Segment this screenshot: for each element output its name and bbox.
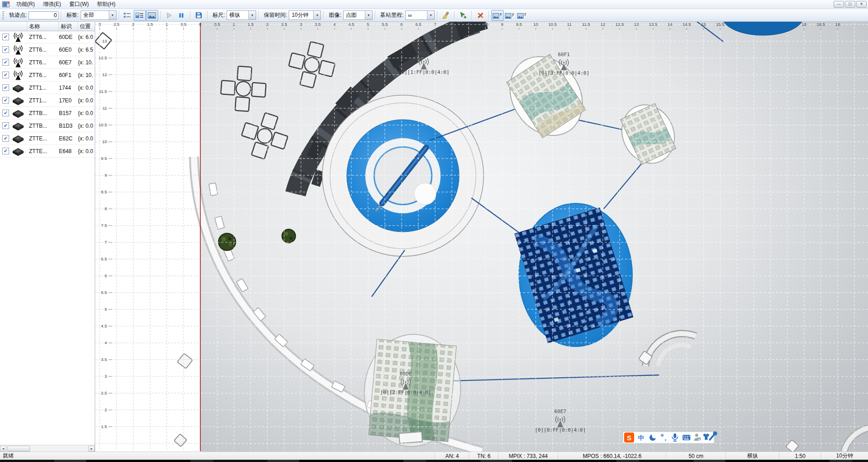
save-button[interactable] (193, 10, 205, 21)
move-pointer-button[interactable] (457, 10, 469, 21)
image-mode-combo[interactable]: 点图▼ (343, 10, 373, 20)
svg-text:7.5: 7.5 (101, 223, 107, 228)
column-header-pos[interactable]: 位置 (78, 22, 95, 31)
device-name: ZTT6... (27, 59, 59, 66)
antenna-icon (9, 31, 27, 43)
image-view-button[interactable] (146, 10, 158, 21)
table-row[interactable]: ✔ ZTT6... 60E7 {x: 10. (0, 56, 95, 69)
svg-text:8.5: 8.5 (101, 189, 107, 194)
row-checkbox[interactable]: ✔ (2, 34, 9, 40)
chinese-mode[interactable]: 中 (638, 434, 644, 441)
chevron-down-icon[interactable]: ▼ (313, 11, 320, 19)
table-row[interactable]: ✔ ZTT1... 1744 {x: 0.0 (0, 82, 95, 94)
row-checkbox[interactable]: ✔ (2, 59, 9, 66)
central-circle-stage (322, 95, 484, 256)
app-window: 功能(R)增强(E)窗口(W)帮助(H) —▢✕ 轨迹点: 标签: 全部▼ 标尺… (0, 0, 868, 462)
minimize-button[interactable]: — (834, 1, 844, 8)
scroll-left-button[interactable]: ◄ (0, 446, 6, 452)
svg-text:6.5: 6.5 (415, 22, 421, 27)
chevron-down-icon[interactable]: ▼ (248, 11, 256, 19)
device-name: ZTTE... (27, 148, 59, 154)
image-mode-label: 图像: (329, 11, 341, 19)
svg-text:[0][2:FF|0:0|4:0]: [0][2:FF|0:0|4:0] (380, 390, 432, 395)
row-checkbox[interactable]: ✔ (2, 148, 9, 154)
tag-filter-label: 标签: (66, 11, 78, 19)
device-tag: 60E0 (59, 47, 78, 53)
brush-icon (442, 12, 450, 19)
track-point-input[interactable] (29, 11, 58, 19)
device-tag: 1744 (59, 85, 78, 91)
row-checkbox[interactable]: ✔ (2, 110, 9, 116)
tag-filter-value: 全部 (83, 11, 109, 19)
row-checkbox[interactable]: ✔ (2, 72, 9, 78)
column-header-name[interactable]: 名称 (27, 22, 59, 31)
table-row[interactable]: ✔ ZTTB... B1D3 {x: 0.0 (0, 120, 95, 132)
svg-text:3: 3 (105, 374, 107, 379)
row-checkbox[interactable]: ✔ (2, 46, 9, 53)
svg-text:0: 0 (199, 22, 201, 27)
device-pos: {x: 0.0 (78, 148, 95, 154)
flip-x-button[interactable]: x (491, 10, 504, 21)
svg-text:z: z (524, 12, 527, 16)
flip-y-button[interactable]: y (504, 10, 516, 21)
brush-button[interactable] (440, 10, 452, 21)
maximize-button[interactable]: ▢ (845, 1, 855, 8)
chevron-down-icon[interactable]: ▼ (365, 11, 372, 19)
list-image-view-button[interactable] (134, 10, 146, 21)
menu-item-0[interactable]: 功能(R) (12, 0, 39, 9)
chevron-down-icon[interactable]: ▼ (427, 11, 434, 19)
svg-text:4: 4 (333, 22, 335, 27)
svg-text:10.5: 10.5 (99, 122, 107, 127)
svg-text:2.5: 2.5 (281, 22, 287, 27)
row-checkbox[interactable]: ✔ (2, 97, 9, 104)
toolbar-grip[interactable] (2, 11, 4, 19)
horizontal-scrollbar[interactable]: ◄ ► (0, 445, 95, 452)
menu-item-3[interactable]: 帮助(H) (93, 0, 120, 9)
map-area: 32.521.510.500.511.522.533.544.555.566.5… (95, 22, 868, 452)
retain-time-combo[interactable]: 10分钟▼ (289, 10, 321, 20)
device-tag: 60E7 (59, 59, 78, 66)
tag-device-icon (9, 146, 27, 157)
row-checkbox[interactable]: ✔ (2, 84, 9, 91)
scrollbar-thumb[interactable] (7, 446, 30, 452)
play-button[interactable] (163, 10, 175, 21)
svg-text:2.5: 2.5 (101, 390, 107, 395)
map-canvas[interactable]: 32.521.510.500.511.522.533.544.555.566.5… (95, 22, 868, 452)
list-view-button[interactable] (121, 10, 134, 21)
svg-text:9.5: 9.5 (516, 22, 522, 27)
tag-filter-combo[interactable]: 全部▼ (81, 10, 116, 20)
device-pos: {x: 10. (78, 59, 95, 66)
ime-toolbar[interactable]: S 中 , 10 (623, 431, 718, 443)
close-button[interactable]: ✕ (856, 1, 867, 8)
taskbar-edge[interactable] (0, 460, 868, 462)
station-range-combo[interactable]: ∞▼ (405, 10, 435, 20)
erase-cross-button[interactable] (474, 10, 486, 21)
table-row[interactable]: ✔ ZTTE... E62C {x: 0.0 (0, 132, 95, 145)
menu-item-2[interactable]: 窗口(W) (65, 0, 93, 9)
column-header-tag[interactable]: 标识 (59, 22, 78, 31)
table-row[interactable]: ✔ ZTTE... E648 {x: 0.0 (0, 145, 95, 158)
keyboard-icon[interactable] (683, 435, 690, 440)
svg-text:2: 2 (266, 22, 268, 27)
scroll-right-button[interactable]: ► (88, 446, 95, 452)
table-row[interactable]: ✔ ZTT6... 60E0 {x: 6.5 (0, 43, 95, 56)
row-checkbox[interactable]: ✔ (2, 135, 9, 142)
pause-button[interactable] (175, 10, 188, 21)
table-row[interactable]: ✔ ZTT6... 60F1 {x: 10. (0, 69, 95, 82)
table-row[interactable]: ✔ ZTT1... 17E0 {x: 0.0 (0, 94, 95, 107)
ruler-mode-combo[interactable]: 横纵▼ (227, 10, 256, 20)
device-tag: 60F1 (59, 72, 78, 78)
station-range-value: ∞ (408, 12, 427, 19)
row-checkbox[interactable]: ✔ (2, 122, 9, 129)
retain-time-label: 保留时间: (264, 11, 287, 19)
ruler-mode-value: 横纵 (229, 11, 248, 19)
menu-item-1[interactable]: 增强(E) (39, 0, 65, 9)
flip-z-button[interactable]: z (516, 10, 528, 21)
status-segment: 横纵 (726, 452, 779, 460)
device-pos: {x: 0.0 (78, 135, 95, 142)
device-tag: B157 (59, 110, 78, 116)
table-row[interactable]: ✔ ZTTB... B157 {x: 0.0 (0, 107, 95, 120)
chevron-down-icon[interactable]: ▼ (109, 11, 116, 19)
table-row[interactable]: ✔ ZTT6... 60DE {x: 6.0 (0, 31, 95, 43)
svg-text:18: 18 (802, 22, 807, 27)
